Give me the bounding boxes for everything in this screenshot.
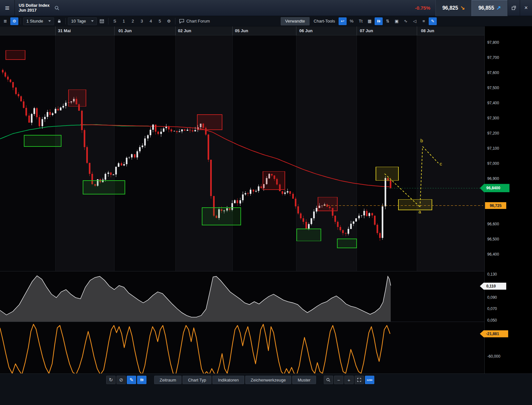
buy-price-button[interactable]: 96,855 ↗	[471, 0, 508, 16]
change-percent: -0.75%	[415, 5, 430, 11]
toolbar-divider	[21, 18, 21, 24]
pencil-icon: ✎	[431, 19, 434, 24]
layout-icon: ▣	[395, 19, 398, 24]
price-axis[interactable]: 97,80097,70097,60097,50097,40097,30097,2…	[484, 26, 532, 405]
chart-typ-button[interactable]: Chart Typ	[182, 376, 211, 384]
session-band	[114, 35, 175, 271]
drawing-box-green	[202, 208, 241, 225]
indicator1-tick-label: 0,050	[487, 318, 497, 323]
calendar-icon	[99, 19, 104, 24]
disable-drawings-button[interactable]: ⊘	[117, 376, 126, 384]
range-dropdown[interactable]: 10 Tage	[68, 17, 97, 25]
price-tick-label: 97,100	[487, 146, 499, 151]
period-button-4[interactable]: 4	[147, 17, 155, 25]
chart-forum-label: Chart Forum	[186, 19, 210, 24]
chart-tools-label: Chart-Tools	[314, 19, 335, 24]
gridlines-button[interactable]: ▦	[366, 17, 374, 25]
news-button[interactable]: ≣	[1, 17, 9, 25]
search-button[interactable]	[53, 4, 61, 12]
candlestick-icon	[377, 19, 381, 24]
calendar-button[interactable]	[98, 17, 106, 25]
drawing-box-red	[318, 197, 337, 211]
drawing-box-yellow	[398, 199, 432, 210]
layout-button[interactable]: ▣	[393, 17, 401, 25]
chevron-down-icon	[91, 20, 94, 22]
interval-dropdown[interactable]: 1 Stunde	[23, 17, 54, 25]
trend-label: a	[418, 209, 421, 214]
panel-divider[interactable]	[0, 271, 532, 271]
date-axis[interactable]: 31 Mai01 Jun02 Jun05 Jun06 Jun07 Jun08 J…	[0, 26, 484, 35]
zeichenwerkzeuge-button[interactable]: Zeichenwerkzeuge	[245, 376, 291, 384]
indicator2-panel[interactable]	[0, 322, 484, 378]
session-band	[232, 35, 296, 271]
period-button-2[interactable]: 2	[129, 17, 137, 25]
gear-icon: ⚙	[13, 19, 16, 24]
search-icon	[54, 5, 60, 11]
chart-tools-group: Verwandte Chart-Tools ↩ % Tt ▦ ⇅ ▣ ∿ ◁ ≡…	[281, 17, 530, 25]
price-tick-label: 96,500	[487, 237, 499, 241]
indicator1-panel[interactable]	[0, 271, 484, 322]
chart-forum-button[interactable]: Chart Forum	[178, 17, 211, 25]
drawing-box-green	[297, 229, 321, 241]
last-price-badge: 96,8400	[480, 184, 509, 192]
fit-chart-button[interactable]	[355, 376, 364, 384]
date-label: 06 Jun	[299, 28, 313, 33]
text-size-button[interactable]: Tt	[357, 17, 365, 25]
drawing-list-button[interactable]: ≡	[420, 17, 428, 25]
top-bar: ≡ US Dollar Index Jun 2017 -0.75% 96,825…	[0, 0, 532, 16]
zoom-in-button[interactable]: +	[344, 376, 354, 384]
candle-count-button[interactable]: 1234	[365, 376, 374, 384]
lock-button[interactable]	[55, 17, 63, 25]
news-icon: ≣	[4, 19, 7, 24]
block-icon: ⊘	[119, 377, 123, 383]
settings-button[interactable]: ⚙	[10, 17, 18, 25]
chat-bubble-icon	[179, 19, 184, 24]
sell-price-button[interactable]: 96,825 ↘	[435, 0, 471, 16]
candlestick-icon	[140, 378, 144, 382]
period-button-s[interactable]: S	[111, 17, 119, 25]
panel-divider[interactable]	[0, 322, 532, 322]
range-value: 10 Tage	[71, 19, 86, 24]
undo-icon: ↩	[341, 19, 344, 24]
date-tick	[175, 26, 176, 35]
zoom-out-button[interactable]: −	[334, 376, 343, 384]
toolbar-divider	[175, 18, 175, 24]
chart-type-button[interactable]	[137, 376, 146, 384]
session-band	[175, 35, 232, 271]
period-button-5[interactable]: 5	[156, 17, 164, 25]
refresh-button[interactable]: ↻	[106, 376, 116, 384]
drawing-box-green	[337, 239, 357, 248]
date-label: 02 Jun	[178, 28, 191, 33]
indicators-button[interactable]: ∿	[402, 17, 410, 25]
main-chart-canvas[interactable]: abc	[0, 35, 484, 271]
menu-icon[interactable]: ≡	[0, 0, 15, 16]
period-button-1[interactable]: 1	[120, 17, 128, 25]
collapse-panel-button[interactable]: ◁	[411, 17, 419, 25]
scale-button[interactable]: ⇅	[384, 17, 392, 25]
price-tick-label: 97,600	[487, 71, 499, 75]
refresh-icon: ↻	[109, 377, 113, 383]
date-tick	[357, 26, 357, 35]
price-tick-label: 97,200	[487, 131, 499, 136]
muster-button[interactable]: Muster	[292, 376, 316, 384]
date-tick	[296, 26, 296, 35]
draw-mode-button[interactable]: ✎	[127, 376, 136, 384]
collapse-icon: ◁	[413, 19, 416, 24]
draw-button[interactable]: ✎	[429, 17, 437, 25]
pencil-icon: ✎	[129, 377, 134, 383]
undo-button[interactable]: ↩	[339, 17, 347, 25]
indikatoren-button[interactable]: Indikatoren	[212, 376, 244, 384]
percent-scale-button[interactable]: %	[348, 17, 356, 25]
date-tick	[114, 26, 115, 35]
period-settings-button[interactable]: ⚙	[165, 17, 173, 25]
popout-button[interactable]	[508, 0, 520, 16]
indicator1-tick-label: 0,130	[487, 272, 497, 277]
drawing-box-yellow	[376, 167, 398, 180]
candlestick-type-button[interactable]	[375, 17, 383, 25]
zoom-button[interactable]	[324, 376, 333, 384]
period-button-3[interactable]: 3	[138, 17, 146, 25]
related-tab[interactable]: Verwandte	[281, 17, 309, 25]
close-button[interactable]: ×	[520, 0, 532, 16]
zeitraum-button[interactable]: Zeitraum	[154, 376, 182, 384]
session-band	[417, 35, 484, 271]
